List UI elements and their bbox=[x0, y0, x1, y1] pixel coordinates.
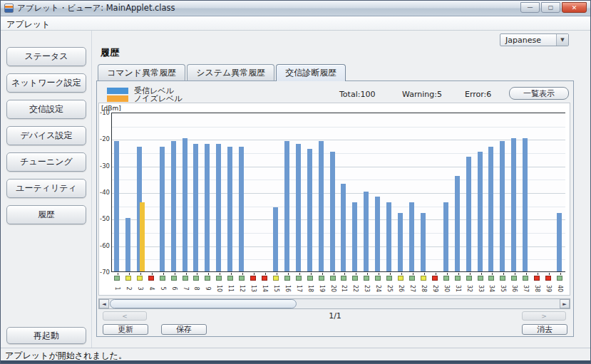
x-tick bbox=[356, 273, 356, 275]
status-square-red bbox=[545, 276, 551, 281]
x-tick bbox=[560, 273, 561, 275]
rx-level-bar bbox=[284, 141, 289, 271]
x-tick bbox=[515, 273, 515, 275]
status-square-green bbox=[478, 276, 483, 281]
rx-level-bar bbox=[216, 144, 221, 271]
sidebar-item-交信設定[interactable]: 交信設定 bbox=[6, 100, 86, 119]
status-square-green bbox=[216, 276, 222, 281]
tab-strip: コマンド異常履歴システム異常履歴交信診断履歴 bbox=[98, 64, 347, 80]
status-square-green bbox=[523, 276, 528, 281]
x-category-label: 39 bbox=[543, 283, 553, 294]
x-category-label: 16 bbox=[282, 283, 292, 294]
x-tick bbox=[481, 273, 482, 275]
title-bar[interactable]: アプレット・ビューア: MainApplet.class — ▢ ✕ bbox=[1, 1, 590, 16]
rx-level-bar bbox=[273, 207, 278, 271]
status-square-green bbox=[375, 276, 381, 281]
sidebar-item-ステータス[interactable]: ステータス bbox=[6, 47, 86, 66]
status-square-red bbox=[148, 276, 154, 281]
rx-level-bar bbox=[227, 147, 232, 271]
gridline bbox=[112, 153, 565, 154]
x-category-label: 26 bbox=[396, 283, 406, 294]
scroll-left-icon[interactable]: ◄ bbox=[99, 299, 109, 308]
rx-level-bar bbox=[386, 202, 391, 271]
x-tick bbox=[163, 273, 164, 275]
x-tick bbox=[379, 273, 379, 275]
gridline bbox=[112, 246, 565, 247]
rx-level-bar bbox=[319, 141, 324, 271]
x-category-label: 37 bbox=[520, 283, 530, 294]
x-category-label: 28 bbox=[418, 283, 428, 294]
x-tick bbox=[152, 273, 153, 275]
maximize-button[interactable]: ▢ bbox=[541, 2, 560, 13]
scrollbar-thumb[interactable] bbox=[110, 299, 297, 308]
show-list-button[interactable]: 一覧表示 bbox=[509, 87, 569, 100]
rx-level-bar bbox=[183, 138, 187, 271]
minimize-button[interactable]: — bbox=[520, 2, 540, 13]
x-tick bbox=[118, 273, 118, 275]
chart-scrollbar[interactable]: ◄ ► bbox=[98, 298, 570, 309]
status-square-green bbox=[307, 276, 313, 281]
status-square-green bbox=[205, 276, 210, 281]
x-category-label: 17 bbox=[294, 283, 304, 294]
window-title: アプレット・ビューア: MainApplet.class bbox=[17, 3, 175, 14]
next-page-button[interactable]: > bbox=[522, 311, 566, 321]
gridline bbox=[112, 233, 565, 234]
rx-level-bar bbox=[500, 141, 505, 271]
status-square-green bbox=[330, 276, 336, 281]
x-category-label: 20 bbox=[328, 283, 338, 294]
status-square-yellow bbox=[273, 276, 279, 281]
x-category-label: 24 bbox=[373, 283, 383, 294]
restart-button[interactable]: 再起動 bbox=[6, 327, 86, 344]
sidebar-nav: ステータスネットワーク設定交信設定デバイス設定チューニングユーティリティ履歴 bbox=[6, 47, 86, 232]
window-controls: — ▢ ✕ bbox=[520, 2, 587, 13]
status-square-green bbox=[466, 276, 472, 281]
statusbar-divider bbox=[1, 348, 590, 348]
x-tick bbox=[526, 273, 527, 275]
x-tick bbox=[458, 273, 459, 275]
x-tick bbox=[288, 273, 289, 275]
status-square-green bbox=[284, 276, 290, 281]
rx-level-bar bbox=[352, 202, 357, 271]
x-category-label: 15 bbox=[271, 283, 281, 294]
history-chart: [dBm] -10-20-30-40-50-60-70 123456789101… bbox=[98, 103, 570, 296]
chevron-down-icon[interactable]: ▼ bbox=[556, 34, 568, 46]
clear-button[interactable]: 消去 bbox=[522, 324, 567, 335]
x-category-label: 2 bbox=[123, 283, 133, 294]
language-dropdown[interactable]: Japanese ▼ bbox=[500, 33, 569, 46]
update-button[interactable]: 更新 bbox=[103, 324, 148, 335]
sidebar-item-履歴[interactable]: 履歴 bbox=[6, 205, 86, 224]
rx-level-bar bbox=[330, 152, 335, 271]
save-button[interactable]: 保存 bbox=[161, 324, 207, 335]
x-category-label: 36 bbox=[509, 283, 519, 294]
x-tick bbox=[208, 273, 209, 275]
rx-level-bar bbox=[193, 144, 198, 271]
x-tick bbox=[447, 273, 448, 275]
x-category-label: 34 bbox=[486, 283, 496, 294]
x-category-label: 4 bbox=[146, 283, 156, 294]
rx-level-bar bbox=[364, 192, 369, 271]
x-tick bbox=[390, 273, 391, 275]
gridline bbox=[112, 207, 565, 207]
x-tick bbox=[197, 273, 197, 275]
tab-交信診断履歴[interactable]: 交信診断履歴 bbox=[276, 64, 346, 81]
language-value: Japanese bbox=[500, 36, 556, 45]
status-square-green bbox=[227, 276, 233, 281]
menu-applet[interactable]: アプレット bbox=[1, 17, 56, 32]
sidebar-item-ネットワーク設定[interactable]: ネットワーク設定 bbox=[6, 73, 86, 93]
x-category-label: 7 bbox=[180, 283, 190, 294]
x-tick bbox=[129, 273, 130, 275]
x-category-label: 8 bbox=[191, 283, 201, 294]
status-square-red bbox=[262, 276, 267, 281]
x-category-label: 40 bbox=[555, 283, 565, 294]
close-button[interactable]: ✕ bbox=[562, 2, 587, 13]
sidebar-item-デバイス設定[interactable]: デバイス設定 bbox=[6, 126, 86, 145]
sidebar-item-チューニング[interactable]: チューニング bbox=[6, 152, 86, 172]
scroll-right-icon[interactable]: ► bbox=[560, 299, 570, 308]
status-square-red bbox=[534, 276, 540, 281]
sidebar-item-ユーティリティ[interactable]: ユーティリティ bbox=[6, 179, 86, 198]
x-category-label: 27 bbox=[407, 283, 417, 294]
x-tick bbox=[401, 273, 402, 275]
x-tick bbox=[277, 273, 277, 275]
tab-コマンド異常履歴[interactable]: コマンド異常履歴 bbox=[98, 64, 185, 80]
tab-システム異常履歴[interactable]: システム異常履歴 bbox=[187, 64, 274, 80]
